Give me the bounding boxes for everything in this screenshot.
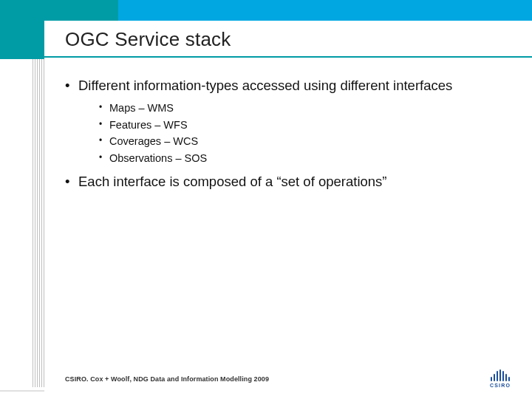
sub-bullet-item: Maps – WMS [99, 101, 510, 116]
logo-label: CSIRO [490, 383, 511, 388]
edge-line [41, 59, 42, 387]
logo-mark-icon [489, 369, 511, 381]
banner: OGC Service stack [0, 0, 532, 59]
logo-bar [502, 371, 504, 381]
logo-bar [499, 369, 501, 381]
bullet-item: Each interface is composed of a “set of … [65, 173, 510, 191]
bullet-list-level1: Different information-types accessed usi… [65, 77, 510, 191]
sub-bullet-item: Coverages – WCS [99, 134, 510, 149]
sub-bullet-item: Features – WFS [99, 118, 510, 133]
logo-bar [494, 374, 495, 381]
edge-line [33, 59, 33, 387]
sub-bullet-item: Observations – SOS [99, 151, 510, 166]
banner-accent-mid [44, 0, 118, 21]
banner-accent-left [0, 0, 44, 59]
logo-bar [505, 374, 507, 381]
edge-line [39, 59, 40, 387]
bullet-item: Different information-types accessed usi… [65, 77, 510, 166]
footer-logo: CSIRO [485, 369, 516, 389]
edge-line [35, 59, 35, 387]
bullet-text: Each interface is composed of a “set of … [78, 174, 387, 189]
title-underline [44, 56, 532, 58]
content-area: Different information-types accessed usi… [65, 77, 510, 196]
slide-title: OGC Service stack [65, 28, 231, 51]
edge-line [44, 59, 44, 387]
slide: OGC Service stack Different information-… [0, 0, 532, 399]
bottom-edge-accent [0, 390, 44, 392]
logo-bar [497, 371, 498, 381]
edge-line [37, 59, 38, 387]
logo-bar [491, 377, 492, 381]
logo-bar [508, 377, 510, 381]
bullet-text: Different information-types accessed usi… [78, 78, 452, 93]
banner-accent-right [118, 0, 532, 21]
footer-text: CSIRO. Cox + Woolf, NDG Data and Informa… [65, 375, 269, 383]
bullet-list-level2: Maps – WMSFeatures – WFSCoverages – WCSO… [99, 101, 510, 166]
